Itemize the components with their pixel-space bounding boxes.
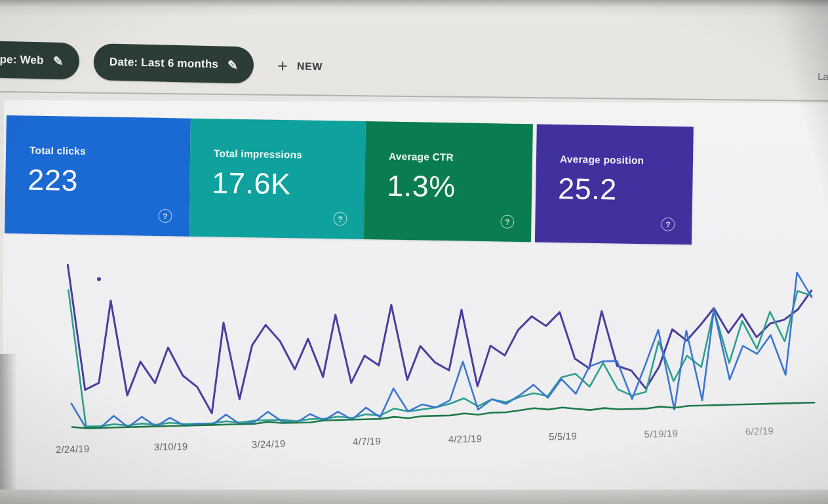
x-axis-tick: 6/2/19 <box>733 425 785 437</box>
date-range-filter-chip[interactable]: Date: Last 6 months ✎ <box>93 43 254 84</box>
x-axis-tick: 5/5/19 <box>536 430 589 442</box>
search-type-filter-label: type: Web <box>0 53 44 68</box>
help-icon[interactable]: ? <box>661 218 675 231</box>
new-filter-label: NEW <box>297 60 323 73</box>
x-axis-tick: 4/7/19 <box>340 435 393 448</box>
help-icon[interactable]: ? <box>333 212 347 225</box>
series-impressions-line <box>68 246 814 417</box>
average-position-value: 25.2 <box>558 172 617 206</box>
stray-data-point <box>97 277 101 281</box>
x-axis-tick: 2/24/19 <box>47 443 99 456</box>
total-impressions-title: Total impressions <box>214 147 302 161</box>
total-clicks-value: 223 <box>28 163 78 198</box>
plus-icon: + <box>277 57 288 75</box>
date-range-filter-label: Date: Last 6 months <box>109 56 219 71</box>
help-icon[interactable]: ? <box>500 215 514 229</box>
truncated-last-updated-text: La <box>818 71 828 82</box>
total-clicks-title: Total clicks <box>30 145 86 157</box>
edit-pencil-icon: ✎ <box>52 54 64 67</box>
x-axis-tick: 5/19/19 <box>635 427 687 440</box>
average-position-title: Average position <box>560 153 644 166</box>
monitor-bottom-edge <box>0 490 828 504</box>
x-axis-tick: 3/10/19 <box>144 440 197 453</box>
total-impressions-card[interactable]: Total impressions 17.6K ? <box>189 119 366 239</box>
monitor-bezel-edge <box>0 354 20 495</box>
average-ctr-value: 1.3% <box>387 169 456 204</box>
new-filter-button[interactable]: + NEW <box>277 57 323 76</box>
edit-pencil-icon: ✎ <box>227 58 239 71</box>
metric-cards-row: Total clicks 223 ? Total impressions 17.… <box>5 115 701 246</box>
average-ctr-title: Average CTR <box>389 151 454 164</box>
x-axis-tick: 3/24/19 <box>242 438 294 450</box>
series-ctr-line <box>68 271 814 427</box>
total-impressions-value: 17.6K <box>212 166 291 201</box>
x-axis-tick: 4/21/19 <box>439 433 491 445</box>
average-position-card[interactable]: Average position 25.2 ? <box>535 124 694 244</box>
search-type-filter-chip[interactable]: type: Web ✎ <box>0 41 79 80</box>
photographed-screen: type: Web ✎ Date: Last 6 months ✎ + NEW … <box>0 0 828 504</box>
performance-chart[interactable]: 2/24/19 3/10/19 3/24/19 4/7/19 4/21/19 5… <box>31 234 823 471</box>
total-clicks-card[interactable]: Total clicks 223 ? <box>5 115 191 237</box>
help-icon[interactable]: ? <box>158 209 172 223</box>
performance-chart-svg <box>31 234 823 471</box>
average-ctr-card[interactable]: Average CTR 1.3% ? <box>364 121 533 242</box>
